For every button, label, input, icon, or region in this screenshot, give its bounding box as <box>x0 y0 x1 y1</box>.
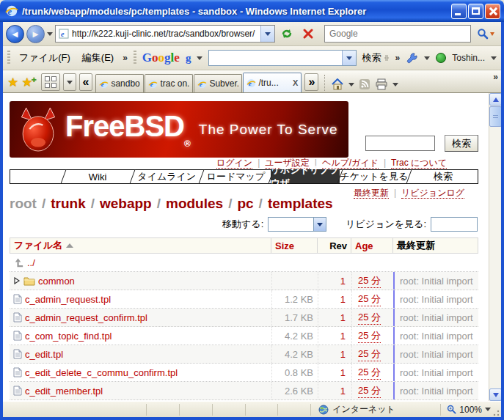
breadcrumb-link[interactable]: modules <box>166 196 223 211</box>
goto-select[interactable] <box>268 217 326 232</box>
google-toolbar-overflow-chevron[interactable]: » <box>395 53 401 63</box>
add-favorite-icon[interactable]: ★＋ <box>21 70 37 92</box>
zoom-control[interactable]: 100% <box>440 404 491 416</box>
mainnav-tab[interactable]: リポジトリブラウザ <box>271 170 340 183</box>
entry-link[interactable]: c_admin_request_confirm.tpl <box>25 312 147 323</box>
column-header-size[interactable]: Size <box>271 237 318 254</box>
google-search-dropdown-button[interactable] <box>342 51 356 65</box>
entry-rev-link[interactable]: 1 <box>340 367 346 378</box>
quick-tabs-dropdown-button[interactable] <box>63 73 76 91</box>
entry-age-link[interactable]: 25 分 <box>358 384 381 398</box>
breadcrumb-link[interactable]: webapp <box>100 196 152 211</box>
entry-age-link[interactable]: 25 分 <box>358 366 381 380</box>
entry-rev-link[interactable]: 1 <box>340 276 346 287</box>
expander-icon[interactable] <box>13 277 21 284</box>
column-header-name[interactable]: ファイル名 <box>10 237 271 254</box>
menu-file[interactable]: ファイル(F) <box>16 50 73 66</box>
toolbar-search-input[interactable] <box>325 29 470 39</box>
scrollbar-thumb[interactable] <box>489 106 501 127</box>
entry-link[interactable]: c_admin_request.tpl <box>25 294 111 305</box>
rss-feed-icon[interactable] <box>359 78 370 90</box>
entry-rev-link[interactable]: 1 <box>340 312 346 323</box>
zoom-dropdown-icon[interactable] <box>485 408 491 411</box>
browser-tab[interactable]: e /tru... X <box>243 73 302 92</box>
ctxtnav-link[interactable]: 最終更新 <box>354 188 389 199</box>
url-input[interactable] <box>72 29 260 39</box>
favorites-star-icon[interactable]: ★ <box>7 73 18 92</box>
search-options-dropdown-icon[interactable] <box>490 32 494 36</box>
site-search-button[interactable]: 検索 <box>445 135 478 152</box>
vertical-scrollbar[interactable] <box>489 93 501 401</box>
mainnav-tab[interactable]: チケットを見る <box>340 170 409 183</box>
metanav-link[interactable]: Trac について <box>391 158 447 169</box>
history-dropdown-icon[interactable] <box>47 32 53 36</box>
quick-tabs-button[interactable] <box>41 73 60 91</box>
entry-link[interactable]: ../ <box>27 257 35 268</box>
toolbar-grip[interactable] <box>134 51 136 65</box>
mainnav-tab[interactable]: 検索 <box>409 170 478 183</box>
scroll-down-button[interactable] <box>489 388 501 401</box>
mainnav-tab[interactable]: ロードマップ <box>201 170 270 183</box>
google-search-combo[interactable] <box>208 50 356 66</box>
browser-tab[interactable]: e sandbo... <box>95 74 144 92</box>
browser-tab[interactable]: e trac on... <box>145 74 193 92</box>
bookmark-dropdown-icon[interactable] <box>197 56 202 60</box>
breadcrumb-link[interactable]: root <box>10 196 37 211</box>
account-name[interactable]: Toshin... <box>452 53 485 63</box>
scroll-up-button[interactable] <box>489 93 501 106</box>
toolbar-search-box[interactable] <box>324 25 471 43</box>
back-button[interactable]: ◄ <box>6 25 24 43</box>
breadcrumb-link[interactable]: pc <box>237 196 253 211</box>
search-go-button[interactable] <box>473 25 498 43</box>
entry-rev-link[interactable]: 1 <box>340 386 346 397</box>
entry-link[interactable]: c_edit_delete_c_commu_confirm.tpl <box>25 367 178 378</box>
metanav-link[interactable]: ログイン <box>216 158 252 169</box>
entry-age-link[interactable]: 25 分 <box>358 292 381 306</box>
maximize-button[interactable] <box>468 4 483 19</box>
mainnav-tab[interactable]: Wiki <box>63 170 132 183</box>
print-button[interactable] <box>375 78 388 90</box>
google-search-button[interactable]: 検索 <box>362 51 381 65</box>
entry-link[interactable]: common <box>38 276 75 287</box>
revision-input[interactable] <box>431 217 478 232</box>
google-bookmark-icon[interactable]: g <box>186 52 191 65</box>
forward-button[interactable]: ► <box>26 25 45 43</box>
refresh-button[interactable] <box>277 25 296 43</box>
menu-edit[interactable]: 編集(E) <box>79 50 117 66</box>
address-combo[interactable]: e <box>55 25 275 43</box>
entry-age-link[interactable]: 25 分 <box>358 329 381 343</box>
browser-tab[interactable]: e Subver... <box>194 74 242 92</box>
minimize-button[interactable] <box>451 4 467 19</box>
home-dropdown-icon[interactable] <box>348 83 354 86</box>
breadcrumb-link[interactable]: templates <box>268 196 333 211</box>
entry-age-link[interactable]: 25 分 <box>358 347 381 361</box>
command-bar-chevron[interactable]: » <box>493 72 498 82</box>
url-dropdown-button[interactable] <box>260 26 274 42</box>
entry-rev-link[interactable]: 1 <box>340 331 346 342</box>
menu-overflow-chevron[interactable]: » <box>123 53 128 63</box>
tab-scroll-left-button[interactable]: « <box>79 73 93 91</box>
close-button[interactable] <box>485 4 500 19</box>
stop-button[interactable] <box>299 25 318 43</box>
entry-link[interactable]: c_edit_member.tpl <box>25 386 103 397</box>
toolbar-grip[interactable] <box>7 51 10 65</box>
settings-dropdown-icon[interactable] <box>424 56 430 60</box>
mainnav-tab[interactable]: タイムライン <box>132 170 201 183</box>
ctxtnav-link[interactable]: リビジョンログ <box>401 188 464 199</box>
column-header-rev[interactable]: Rev <box>318 237 351 254</box>
entry-rev-link[interactable]: 1 <box>340 349 346 360</box>
account-dropdown-icon[interactable] <box>491 56 497 60</box>
column-header-age[interactable]: Age <box>351 237 393 254</box>
resize-grip[interactable] <box>491 408 500 417</box>
breadcrumb-link[interactable]: trunk <box>51 196 86 211</box>
site-search-input[interactable] <box>365 136 435 151</box>
entry-link[interactable]: c_com_topic_find.tpl <box>25 331 112 342</box>
tab-close-icon[interactable]: X <box>293 78 298 87</box>
entry-age-link[interactable]: 25 分 <box>358 274 381 288</box>
entry-age-link[interactable]: 25 分 <box>358 311 381 325</box>
select-dropdown-button[interactable] <box>313 218 326 231</box>
home-button[interactable] <box>331 78 344 90</box>
entry-rev-link[interactable]: 1 <box>340 294 346 305</box>
print-dropdown-icon[interactable] <box>392 83 398 86</box>
entry-link[interactable]: c_edit.tpl <box>25 349 63 360</box>
